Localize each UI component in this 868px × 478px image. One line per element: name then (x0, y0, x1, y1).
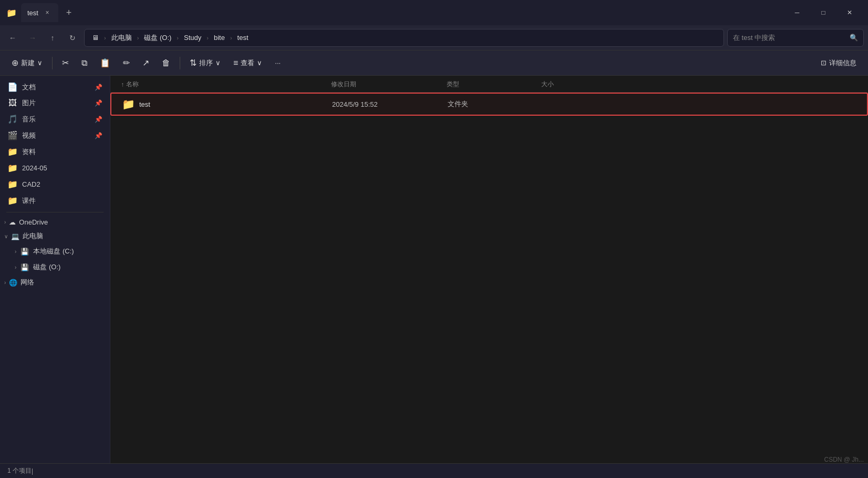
up-button[interactable]: ↑ (44, 29, 61, 46)
forward-button[interactable]: → (24, 29, 41, 46)
breadcrumb-bite[interactable]: bite (212, 33, 227, 43)
breadcrumb-test[interactable]: test (235, 33, 251, 43)
breadcrumb-disk-o[interactable]: 磁盘 (O:) (142, 32, 173, 44)
sort-chevron: ∨ (215, 59, 221, 67)
sidebar-group-this-pc[interactable]: ∨ 💻 此电脑 (0, 229, 110, 243)
sidebar-item-pictures-label: 图片 (22, 98, 36, 108)
active-tab[interactable]: test × (21, 3, 58, 22)
copy-button[interactable]: ⧉ (76, 56, 92, 70)
address-bar-row: ← → ↑ ↻ 🖥 › 此电脑 › 磁盘 (O:) › Study › bite… (0, 25, 868, 50)
documents-pin-icon: 📌 (95, 84, 102, 91)
share-button[interactable]: ↗ (137, 55, 154, 70)
new-tab-button[interactable]: + (60, 4, 77, 21)
breadcrumb-study[interactable]: Study (182, 33, 203, 43)
sidebar-item-courseware[interactable]: 📁 课件 (0, 192, 110, 209)
sidebar-item-data[interactable]: 📁 资料 (0, 144, 110, 160)
watermark: CSDN @ Jh... (824, 456, 864, 463)
file-name: test (139, 100, 150, 108)
content-header: ↑ 名称 修改日期 类型 大小 (110, 76, 868, 93)
local-c-expand-icon: › (15, 249, 16, 255)
sidebar-item-music[interactable]: 🎵 音乐 📌 (0, 111, 110, 127)
sidebar-item-music-label: 音乐 (22, 115, 36, 124)
this-pc-label: 此电脑 (23, 231, 43, 241)
more-button[interactable]: ··· (270, 56, 286, 69)
col-header-type[interactable]: 类型 (447, 80, 541, 89)
address-bar[interactable]: 🖥 › 此电脑 › 磁盘 (O:) › Study › bite › test (84, 29, 724, 47)
status-bar: 1 个项目 | (0, 463, 868, 478)
share-icon: ↗ (142, 58, 149, 68)
disk-o-icon: 💾 (20, 263, 29, 271)
tab-folder-icon: 📁 (6, 7, 17, 18)
sidebar-item-videos-label: 视频 (22, 131, 36, 140)
delete-button[interactable]: 🗑 (157, 56, 175, 70)
more-icon: ··· (275, 59, 281, 67)
content-area: ↑ 名称 修改日期 类型 大小 📁 test 2024/5/9 15:52 文件… (110, 76, 868, 478)
sidebar-group-onedrive[interactable]: › ☁ OneDrive (0, 216, 110, 229)
music-icon: 🎵 (7, 114, 18, 124)
sidebar-item-documents[interactable]: 📄 文档 📌 (0, 79, 110, 95)
sort-label: 排序 (199, 58, 213, 68)
col-type-label: 类型 (447, 80, 459, 88)
paste-button[interactable]: 📋 (95, 55, 116, 70)
onedrive-expand-icon: › (4, 219, 6, 225)
toolbar-divider-2 (180, 57, 180, 69)
onedrive-cloud-icon: ☁ (9, 218, 16, 226)
status-separator: | (32, 467, 33, 475)
sidebar-item-disk-o[interactable]: › 💾 磁盘 (O:) (0, 259, 110, 275)
sort-up-icon: ↑ (121, 81, 124, 88)
tab-close-button[interactable]: × (43, 8, 52, 17)
col-header-size[interactable]: 大小 (541, 80, 604, 89)
courseware-icon: 📁 (7, 196, 18, 206)
title-bar: 📁 test × + ─ □ ✕ (0, 0, 868, 25)
view-button[interactable]: ≡ 查看 ∨ (228, 56, 267, 70)
details-label: 详细信息 (829, 58, 856, 68)
folder-icon: 📁 (122, 98, 135, 110)
col-header-date[interactable]: 修改日期 (331, 80, 447, 89)
sidebar-item-data-label: 资料 (22, 147, 36, 157)
this-pc-expand-icon: ∨ (4, 233, 8, 239)
search-icon: 🔍 (850, 34, 858, 42)
search-placeholder: 在 test 中搜索 (733, 33, 775, 43)
sidebar-item-videos[interactable]: 🎬 视频 📌 (0, 127, 110, 144)
details-button[interactable]: ⊡ 详细信息 (815, 56, 862, 70)
sidebar-item-local-c[interactable]: › 💾 本地磁盘 (C:) (0, 243, 110, 259)
disk-o-expand-icon: › (15, 265, 16, 270)
network-expand-icon: › (4, 280, 6, 286)
sidebar-item-cad2[interactable]: 📁 CAD2 (0, 176, 110, 192)
table-row[interactable]: 📁 test 2024/5/9 15:52 文件夹 (110, 93, 868, 116)
sidebar-group-network[interactable]: › 🌐 网络 (0, 275, 110, 290)
rename-button[interactable]: ✏ (118, 55, 135, 70)
data-icon: 📁 (7, 147, 18, 157)
new-button[interactable]: ⊕ 新建 ∨ (6, 55, 48, 70)
documents-icon: 📄 (7, 82, 18, 92)
toolbar-divider-1 (52, 57, 53, 69)
music-pin-icon: 📌 (95, 116, 102, 123)
network-label: 网络 (20, 278, 34, 287)
sidebar-item-pictures[interactable]: 🖼 图片 📌 (0, 95, 110, 111)
new-icon: ⊕ (12, 58, 18, 68)
col-header-name[interactable]: ↑ 名称 (121, 80, 331, 89)
back-button[interactable]: ← (4, 29, 21, 46)
view-chevron: ∨ (257, 59, 262, 67)
details-icon: ⊡ (821, 59, 826, 67)
file-date-cell: 2024/5/9 15:52 (332, 100, 448, 108)
cut-button[interactable]: ✂ (57, 55, 74, 70)
delete-icon: 🗑 (162, 58, 170, 68)
sidebar-item-cad2-label: CAD2 (22, 180, 40, 188)
close-button[interactable]: ✕ (838, 4, 862, 21)
sidebar-item-2024-05[interactable]: 📁 2024-05 (0, 160, 110, 176)
disk-o-label: 磁盘 (O:) (33, 262, 60, 272)
minimize-button[interactable]: ─ (785, 4, 809, 21)
breadcrumb-this-pc[interactable]: 此电脑 (109, 32, 134, 44)
sidebar: 📄 文档 📌 🖼 图片 📌 🎵 音乐 📌 🎬 视频 📌 📁 资料 📁 2024-… (0, 76, 110, 478)
maximize-button[interactable]: □ (811, 4, 835, 21)
sidebar-item-courseware-label: 课件 (22, 196, 36, 206)
col-date-label: 修改日期 (331, 80, 356, 88)
refresh-button[interactable]: ↻ (64, 29, 81, 46)
breadcrumb-pc-icon[interactable]: 🖥 (90, 33, 101, 43)
sidebar-item-2024-05-label: 2024-05 (22, 164, 47, 172)
file-name-cell: 📁 test (122, 98, 332, 110)
toolbar-right: ⊡ 详细信息 (815, 56, 862, 70)
sort-button[interactable]: ⇅ 排序 ∨ (184, 55, 226, 70)
search-bar[interactable]: 在 test 中搜索 🔍 (727, 29, 864, 47)
